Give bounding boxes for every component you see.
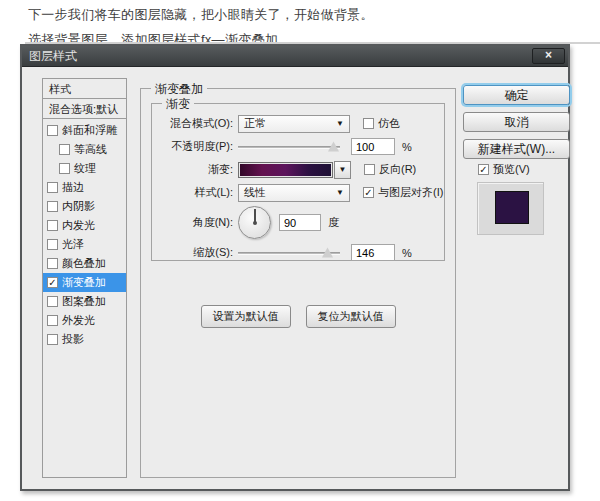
list-item-label: 投影 (62, 332, 84, 347)
blend-mode-value: 正常 (244, 116, 266, 131)
dither-checkbox[interactable]: 仿色 (363, 116, 400, 131)
list-item-texture[interactable]: 纹理 (43, 159, 126, 178)
opacity-slider-track[interactable] (238, 146, 340, 149)
reverse-checkbox-box[interactable] (364, 164, 375, 175)
list-item-gradient-overlay[interactable]: ✓ 渐变叠加 (43, 273, 126, 292)
list-item-inner-shadow[interactable]: 内阴影 (43, 197, 126, 216)
align-with-layer-checkbox[interactable]: ✓ 与图层对齐(I) (363, 185, 443, 200)
gradient-preview-bar[interactable] (238, 162, 333, 178)
reset-default-button[interactable]: 复位为默认值 (306, 305, 396, 328)
style-select[interactable]: 线性 ▼ (238, 184, 350, 202)
style-label: 样式(L): (154, 185, 238, 200)
layer-style-dialog: 图层样式 × 样式 混合选项:默认 斜面和浮雕 等高线 纹理 (20, 44, 570, 491)
checkbox-satin[interactable] (47, 239, 58, 250)
gradient-overlay-group: 渐变叠加 渐变 混合模式(O): 正常 ▼ 仿色 不透明度(P): (140, 88, 456, 478)
gradient-dropdown-button[interactable]: ▼ (334, 161, 351, 179)
list-item-label: 光泽 (62, 237, 84, 252)
checkbox-contour[interactable] (59, 144, 70, 155)
list-item-label: 图案叠加 (62, 294, 106, 309)
tutorial-text-line1: 下一步我们将车的图层隐藏，把小眼睛关了，开始做背景。 (28, 6, 374, 24)
gradient-picker: ▼ (238, 161, 351, 179)
gradient-label: 渐变: (154, 162, 238, 177)
checkbox-inner-glow[interactable] (47, 220, 58, 231)
list-item-label: 渐变叠加 (62, 275, 106, 290)
gradient-settings-group-title: 渐变 (162, 96, 194, 113)
list-item-label: 纹理 (74, 161, 96, 176)
blend-mode-label: 混合模式(O): (154, 116, 238, 131)
reverse-label: 反向(R) (379, 162, 416, 177)
style-row: 样式(L): 线性 ▼ ✓ 与图层对齐(I) (152, 181, 444, 204)
chevron-down-icon: ▼ (336, 188, 344, 197)
angle-unit: 度 (328, 215, 339, 230)
scale-input[interactable] (351, 244, 395, 261)
opacity-row: 不透明度(P): % (152, 135, 444, 158)
list-item-label: 内发光 (62, 218, 95, 233)
preview-label: 预览(V) (493, 162, 530, 177)
opacity-input[interactable] (351, 138, 395, 155)
dialog-title: 图层样式 (22, 48, 77, 65)
checkbox-texture[interactable] (59, 163, 70, 174)
list-item-bevel-emboss[interactable]: 斜面和浮雕 (43, 121, 126, 140)
opacity-slider[interactable] (238, 140, 340, 154)
scale-label: 缩放(S): (154, 245, 238, 260)
checkbox-stroke[interactable] (47, 182, 58, 193)
list-item-label: 外发光 (62, 313, 95, 328)
angle-label: 角度(N): (154, 215, 238, 230)
checkbox-bevel-emboss[interactable] (47, 125, 58, 136)
list-item-label: 描边 (62, 180, 84, 195)
angle-dial[interactable] (238, 206, 271, 239)
dialog-titlebar[interactable]: 图层样式 × (22, 46, 568, 67)
dither-checkbox-box[interactable] (363, 118, 374, 129)
angle-dial-needle (254, 209, 256, 223)
opacity-unit: % (402, 141, 412, 153)
angle-input[interactable] (279, 214, 321, 231)
list-item-drop-shadow[interactable]: 投影 (43, 330, 126, 349)
styles-list-panel: 样式 混合选项:默认 斜面和浮雕 等高线 纹理 描边 (42, 78, 127, 478)
list-item-outer-glow[interactable]: 外发光 (43, 311, 126, 330)
list-item-pattern-overlay[interactable]: 图案叠加 (43, 292, 126, 311)
list-item-blending-options[interactable]: 混合选项:默认 (43, 99, 126, 119)
reverse-checkbox[interactable]: 反向(R) (364, 162, 416, 177)
close-icon[interactable]: × (532, 48, 565, 64)
style-value: 线性 (244, 185, 266, 200)
page: 下一步我们将车的图层隐藏，把小眼睛关了，开始做背景。 选择背景图层，添加图层样式… (0, 0, 600, 501)
checkbox-color-overlay[interactable] (47, 258, 58, 269)
cancel-button[interactable]: 取消 (463, 112, 570, 132)
checkbox-drop-shadow[interactable] (47, 334, 58, 345)
preview-checkbox[interactable]: ✓ 预览(V) (478, 162, 530, 177)
checkbox-pattern-overlay[interactable] (47, 296, 58, 307)
ok-button[interactable]: 确定 (463, 85, 570, 105)
chevron-down-icon: ▼ (339, 165, 347, 174)
angle-row: 角度(N): 度 (152, 204, 444, 241)
list-item-inner-glow[interactable]: 内发光 (43, 216, 126, 235)
align-with-layer-checkbox-box[interactable]: ✓ (363, 187, 374, 198)
scale-slider[interactable] (238, 246, 340, 260)
align-with-layer-label: 与图层对齐(I) (378, 185, 443, 200)
opacity-label: 不透明度(P): (154, 139, 238, 154)
gradient-settings-group: 渐变 混合模式(O): 正常 ▼ 仿色 不透明度(P): (151, 103, 445, 261)
preview-swatch-color (495, 191, 529, 224)
list-item-satin[interactable]: 光泽 (43, 235, 126, 254)
scale-row: 缩放(S): % (152, 241, 444, 264)
dither-label: 仿色 (378, 116, 400, 131)
checkbox-gradient-overlay[interactable]: ✓ (47, 277, 58, 288)
list-item-label: 颜色叠加 (62, 256, 106, 271)
set-default-button[interactable]: 设置为默认值 (201, 305, 291, 328)
list-item-label: 内阴影 (62, 199, 95, 214)
styles-list-header: 样式 (43, 79, 126, 99)
preview-checkbox-box[interactable]: ✓ (478, 164, 489, 175)
chevron-down-icon: ▼ (336, 119, 344, 128)
blend-mode-row: 混合模式(O): 正常 ▼ 仿色 (152, 112, 444, 135)
list-item-color-overlay[interactable]: 颜色叠加 (43, 254, 126, 273)
blend-mode-select[interactable]: 正常 ▼ (238, 115, 350, 133)
list-item-stroke[interactable]: 描边 (43, 178, 126, 197)
scale-unit: % (402, 247, 412, 259)
list-item-contour[interactable]: 等高线 (43, 140, 126, 159)
default-buttons-row: 设置为默认值 复位为默认值 (141, 305, 455, 328)
list-item-label: 等高线 (74, 142, 107, 157)
checkbox-inner-shadow[interactable] (47, 201, 58, 212)
gradient-row: 渐变: ▼ 反向(R) (152, 158, 444, 181)
new-style-button[interactable]: 新建样式(W)... (463, 139, 570, 159)
checkbox-outer-glow[interactable] (47, 315, 58, 326)
list-item-label: 斜面和浮雕 (62, 123, 117, 138)
